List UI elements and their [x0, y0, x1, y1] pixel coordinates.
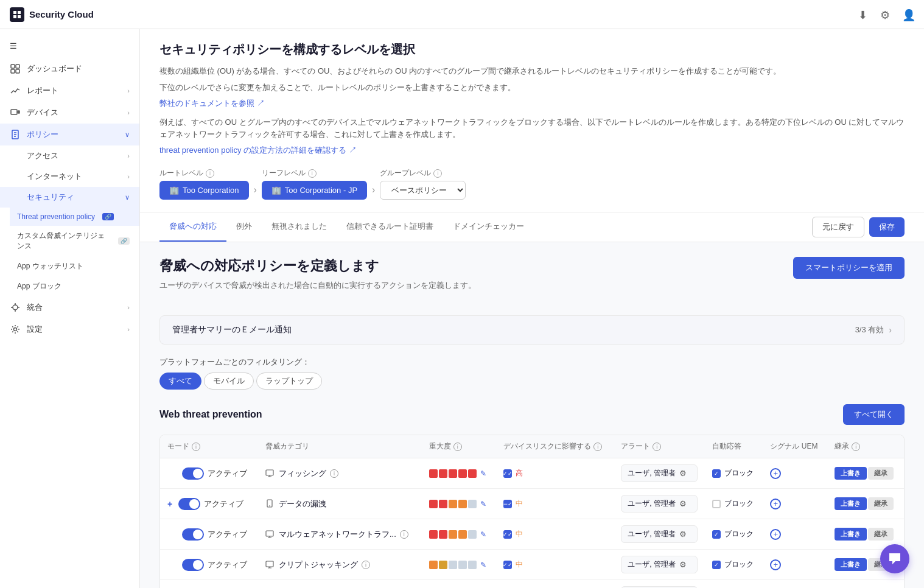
sidebar-item-app-watchlist[interactable]: App ウォッチリスト: [10, 256, 139, 276]
mode-toggle[interactable]: [182, 528, 204, 541]
alert-info-icon[interactable]: i: [653, 443, 661, 451]
sidebar-item-dashboard[interactable]: ダッシュボード: [0, 58, 139, 80]
revert-btn[interactable]: 元に戻す: [812, 217, 864, 237]
sidebar-item-app-block[interactable]: App ブロック: [10, 276, 139, 296]
device-risk-checkbox[interactable]: ✓: [503, 561, 512, 569]
summary-email-banner[interactable]: 管理者サマリーのＥメール通知 3/3 有効 ›: [159, 315, 905, 345]
root-info-icon[interactable]: i: [206, 169, 214, 178]
org-icon: 🏢: [169, 186, 179, 195]
auto-response-checkbox[interactable]: [712, 469, 721, 478]
leaf-info-icon[interactable]: i: [308, 169, 317, 178]
tab-threat[interactable]: 脅威への対応: [159, 212, 226, 242]
severity-edit-icon[interactable]: ✎: [480, 469, 486, 478]
sidebar-item-custom-threat[interactable]: カスタム脅威インテリジェンス 🔗: [10, 226, 139, 256]
inherit-info-icon[interactable]: i: [852, 443, 860, 451]
access-chevron: ›: [127, 152, 130, 159]
expand-all-btn[interactable]: すべて開く: [843, 404, 905, 425]
th-category: 脅威カテゴリ: [258, 435, 422, 458]
group-level-label: グループレベル i: [380, 168, 466, 178]
devices-chevron: ›: [127, 109, 130, 116]
tab-trusted-certs[interactable]: 信頼できるルート証明書: [337, 212, 443, 242]
sidebar-integration-label: 統合: [27, 302, 121, 313]
tab-domain-checker[interactable]: ドメインチェッカー: [443, 212, 534, 242]
severity-dot: [429, 469, 438, 478]
inherit-overwrite-btn[interactable]: 上書き: [835, 467, 867, 480]
inherit-inherit-btn[interactable]: 継承: [868, 467, 894, 480]
severity-edit-icon[interactable]: ✎: [480, 561, 486, 569]
apply-smart-policy-btn[interactable]: スマートポリシーを適用: [793, 257, 905, 279]
sidebar-item-threat-prevention[interactable]: Threat prevention policy 🔗: [10, 208, 139, 226]
signal-uem-add[interactable]: +: [770, 559, 781, 570]
category-label: フィッシング: [279, 468, 326, 479]
alert-gear-icon[interactable]: ⚙: [679, 560, 687, 569]
severity-info-icon[interactable]: i: [453, 443, 462, 451]
group-level-select[interactable]: ベースポリシー: [380, 181, 466, 200]
alert-gear-icon[interactable]: ⚙: [679, 530, 687, 539]
sidebar-policy-label: ポリシー: [27, 129, 119, 140]
th-mode: モードi: [160, 435, 258, 458]
leaf-level-btn[interactable]: 🏢 Too Corporation - JP: [262, 181, 367, 200]
sidebar-item-integration[interactable]: 統合 ›: [0, 296, 139, 318]
device-risk-checkbox[interactable]: ✓: [503, 530, 512, 539]
tab-exceptions[interactable]: 例外: [226, 212, 262, 242]
chat-fab[interactable]: [880, 544, 909, 573]
category-info-icon[interactable]: i: [400, 530, 408, 539]
app-name: Security Cloud: [29, 9, 94, 19]
signal-uem-add[interactable]: +: [770, 468, 781, 479]
hamburger-menu[interactable]: ☰: [0, 34, 139, 58]
mode-toggle[interactable]: [178, 498, 200, 510]
sidebar-item-devices[interactable]: デバイス ›: [0, 102, 139, 124]
save-btn[interactable]: 保存: [869, 217, 905, 237]
alert-cell: ユーザ, 管理者 ⚙: [614, 489, 705, 519]
root-level-btn[interactable]: 🏢 Too Corporation: [159, 181, 249, 200]
inherit-overwrite-btn[interactable]: 上書き: [835, 558, 867, 571]
severity-edit-icon[interactable]: ✎: [480, 500, 486, 508]
doc-link[interactable]: 弊社のドキュメントを参照 ↗: [159, 99, 265, 108]
platform-btn-mobile[interactable]: モバイル: [204, 373, 254, 390]
auto-response-checkbox[interactable]: [712, 561, 721, 569]
signal-uem-add[interactable]: +: [770, 529, 781, 540]
auto-response-checkbox[interactable]: [712, 530, 721, 539]
sidebar-item-access[interactable]: アクセス ›: [0, 145, 139, 166]
example-text: 例えば、すべての OU とグループ内のすべてのデバイス上でマルウェアネットワーク…: [159, 116, 905, 142]
account-icon[interactable]: 👤: [902, 9, 914, 21]
group-info-icon[interactable]: i: [433, 169, 442, 178]
settings-icon[interactable]: ⚙: [880, 9, 892, 21]
category-info-icon[interactable]: i: [362, 561, 370, 569]
device-risk-info-icon[interactable]: i: [593, 443, 602, 451]
sidebar-item-reports[interactable]: レポート ›: [0, 80, 139, 102]
sidebar-item-security[interactable]: セキュリティ ∨: [0, 187, 139, 208]
inherit-inherit-btn[interactable]: 継承: [868, 528, 894, 541]
threat-policy-link[interactable]: threat prevention policy の設定方法の詳細を確認する ↗: [159, 145, 357, 155]
device-risk-checkbox[interactable]: −: [503, 500, 512, 508]
auto-response-checkbox[interactable]: [712, 500, 721, 508]
tab-ignored[interactable]: 無視されました: [262, 212, 337, 242]
alert-gear-icon[interactable]: ⚙: [679, 469, 687, 478]
mode-cell: アクティブ: [160, 550, 258, 580]
reports-icon: [10, 85, 21, 96]
integration-icon: [10, 302, 21, 313]
inherit-overwrite-btn[interactable]: 上書き: [835, 528, 867, 541]
root-level-label: ルートレベル i: [159, 168, 249, 178]
download-icon[interactable]: ⬇: [858, 9, 870, 21]
severity-dot: [458, 561, 467, 569]
sidebar-item-settings[interactable]: 設定 ›: [0, 318, 139, 340]
platform-btn-laptop[interactable]: ラップトップ: [256, 373, 322, 390]
mode-toggle[interactable]: [182, 467, 204, 480]
signal-uem-add[interactable]: +: [770, 499, 781, 509]
inherit-inherit-btn[interactable]: 継承: [868, 497, 894, 510]
sidebar-item-policy[interactable]: ポリシー ∨: [0, 124, 139, 145]
platform-btn-all[interactable]: すべて: [159, 373, 201, 390]
threat-prevention-label: Threat prevention policy: [17, 212, 95, 221]
inherit-overwrite-btn[interactable]: 上書き: [835, 497, 867, 510]
inherit-cell: 上書き 継承: [827, 489, 904, 519]
th-alert: アラートi: [614, 435, 705, 458]
sidebar-item-internet[interactable]: インターネット ›: [0, 166, 139, 187]
device-risk-checkbox[interactable]: ✓: [503, 469, 512, 478]
app-logo[interactable]: Security Cloud: [10, 7, 94, 22]
mode-info-icon[interactable]: i: [192, 443, 200, 451]
severity-edit-icon[interactable]: ✎: [480, 530, 486, 539]
mode-toggle[interactable]: [182, 559, 204, 571]
alert-gear-icon[interactable]: ⚙: [679, 499, 687, 508]
category-info-icon[interactable]: i: [330, 469, 338, 478]
